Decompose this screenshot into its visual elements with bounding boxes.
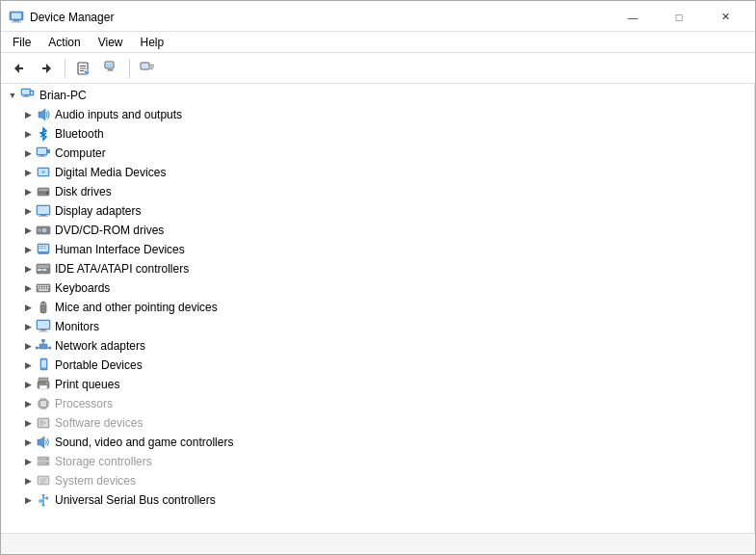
monitors-expand: ▶	[20, 319, 36, 334]
svg-point-119	[46, 458, 48, 460]
menu-help[interactable]: Help	[133, 34, 172, 51]
processors-expand: ▶	[20, 396, 36, 411]
svg-marker-127	[41, 494, 45, 497]
tree-item-mouse[interactable]: ▶ Mice and other pointing devices	[1, 298, 754, 317]
root-expand-arrow: ▼	[5, 88, 20, 103]
print-label: Print queues	[55, 378, 119, 391]
tree-item-audio[interactable]: ▶ Audio inputs and outputs	[1, 105, 754, 124]
svg-rect-24	[22, 90, 30, 94]
tree-item-processors[interactable]: ▶	[1, 394, 754, 413]
menu-action[interactable]: Action	[40, 34, 88, 51]
audio-icon	[36, 107, 51, 122]
tree-item-print[interactable]: ▶ Print queues	[1, 375, 754, 394]
maximize-button[interactable]: □	[657, 8, 701, 27]
svg-rect-16	[108, 69, 113, 70]
svg-rect-115	[39, 425, 43, 426]
tree-root[interactable]: ▼ Brian-PC	[1, 86, 754, 105]
svg-rect-15	[106, 63, 113, 67]
svg-rect-20	[150, 65, 154, 66]
svg-rect-42	[39, 193, 43, 194]
svg-rect-62	[38, 269, 41, 271]
properties-button[interactable]: ?	[69, 56, 96, 81]
svg-point-132	[42, 504, 45, 507]
back-button[interactable]	[5, 56, 32, 81]
computer-label: Computer	[55, 146, 106, 160]
hid-icon	[36, 242, 51, 257]
svg-rect-82	[39, 331, 48, 332]
svg-rect-73	[45, 287, 47, 288]
print-expand: ▶	[20, 377, 36, 392]
svg-rect-59	[39, 253, 48, 254]
tree-item-ide[interactable]: ▶ IDE ATA/ATAPI controllers	[1, 259, 754, 278]
svg-rect-44	[38, 206, 49, 214]
svg-rect-89	[49, 347, 51, 349]
root-icon	[20, 88, 36, 103]
tree-item-portable[interactable]: ▶ Portable Devices	[1, 356, 754, 375]
svg-rect-81	[41, 330, 46, 331]
sound-label: Sound, video and game controllers	[55, 436, 233, 449]
svg-rect-78	[44, 303, 46, 305]
dvd-label: DVD/CD-ROM drives	[55, 224, 164, 237]
audio-expand: ▶	[20, 107, 36, 122]
svg-rect-95	[39, 385, 47, 389]
tree-item-digital-media[interactable]: ▶ Digital Media Devices	[1, 163, 754, 182]
minimize-button[interactable]: —	[611, 8, 655, 27]
disk-label: Disk drives	[55, 185, 112, 198]
tree-item-computer[interactable]: ▶ Computer	[1, 144, 754, 163]
properties-icon: ?	[76, 62, 90, 75]
tree-item-keyboard[interactable]: ▶	[1, 278, 754, 298]
tree-item-network[interactable]: ▶ Network adapters	[1, 336, 754, 356]
tree-item-monitors[interactable]: ▶ Monitors	[1, 317, 754, 336]
display-icon	[36, 203, 51, 219]
system-icon	[36, 473, 51, 489]
svg-rect-21	[150, 66, 154, 67]
tree-item-storage[interactable]: ▶ Storage controllers	[1, 452, 754, 471]
svg-rect-65	[38, 285, 39, 286]
portable-label: Portable Devices	[55, 358, 143, 372]
tree-item-display[interactable]: ▶ Display adapters	[1, 201, 754, 221]
svg-marker-116	[38, 436, 44, 448]
digital-media-expand: ▶	[20, 165, 36, 180]
svg-rect-19	[142, 64, 148, 68]
forward-button[interactable]	[34, 56, 61, 81]
software-label: Software devices	[55, 416, 143, 430]
svg-rect-114	[39, 423, 46, 424]
tree-item-bluetooth[interactable]: ▶ Bluetooth	[1, 124, 754, 144]
usb-icon	[36, 492, 51, 508]
svg-rect-54	[42, 246, 44, 247]
tree-item-sound[interactable]: ▶ Sound, video and game controllers	[1, 433, 754, 452]
svg-rect-2	[13, 20, 19, 22]
menu-view[interactable]: View	[91, 34, 131, 51]
usb-label: Universal Serial Bus controllers	[55, 493, 216, 507]
tree-item-disk[interactable]: ▶ Disk drives	[1, 182, 754, 201]
svg-rect-67	[42, 285, 44, 286]
svg-rect-74	[47, 287, 49, 288]
svg-rect-46	[39, 216, 48, 217]
svg-rect-113	[39, 421, 44, 422]
device-tree[interactable]: ▼ Brian-PC ▶	[1, 84, 755, 533]
svg-rect-28	[31, 92, 33, 94]
audio-label: Audio inputs and outputs	[55, 108, 182, 121]
digital-media-label: Digital Media Devices	[55, 166, 166, 179]
svg-rect-45	[40, 215, 46, 216]
bluetooth-expand: ▶	[20, 126, 36, 142]
svg-rect-70	[38, 287, 39, 288]
svg-rect-75	[39, 290, 48, 291]
keyboard-label: Keyboards	[55, 281, 110, 295]
menu-file[interactable]: File	[5, 34, 39, 51]
tree-item-software[interactable]: ▶ Software devices	[1, 413, 754, 433]
show-all-button[interactable]	[134, 56, 161, 81]
tree-item-usb[interactable]: ▶ Universal Serial Bus controllers	[1, 490, 754, 510]
ide-icon	[36, 261, 51, 277]
svg-rect-10	[80, 67, 86, 68]
title-bar-left: Device Manager	[9, 10, 114, 25]
svg-rect-22	[150, 68, 153, 69]
storage-label: Storage controllers	[55, 455, 152, 468]
svg-rect-33	[39, 155, 44, 156]
update-driver-button[interactable]	[98, 56, 125, 81]
close-button[interactable]: ✕	[703, 8, 747, 27]
svg-rect-77	[41, 303, 43, 305]
tree-item-hid[interactable]: ▶ Human Interface Devices	[1, 240, 754, 259]
tree-item-system[interactable]: ▶ System devices	[1, 471, 754, 490]
tree-item-dvd[interactable]: ▶ DVD/CD-ROM drives	[1, 221, 754, 240]
